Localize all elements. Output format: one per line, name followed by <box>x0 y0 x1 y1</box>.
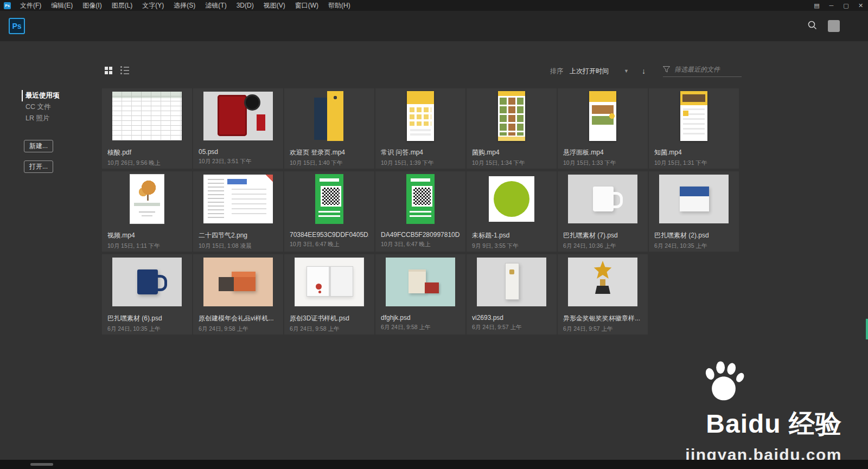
file-date: 9月 9日, 3:55 下午 <box>472 242 551 250</box>
file-thumb-area <box>558 88 648 144</box>
file-card[interactable]: 悬浮面板.mp4 10月 15日, 1:33 下午 <box>558 88 648 169</box>
file-caption: 知菌.mp4 10月 15日, 1:31 下午 <box>649 144 739 167</box>
file-thumb <box>295 258 364 306</box>
sidebar-item[interactable]: 最近使用项 <box>22 90 92 101</box>
file-card[interactable]: 异形金奖银奖奖杯徽章样... 6月 24日, 9:57 上午 <box>558 254 648 335</box>
file-caption: 常识 问答.mp4 10月 15日, 1:39 下午 <box>375 144 465 167</box>
search-icon[interactable] <box>807 20 817 32</box>
file-card[interactable]: 知菌.mp4 10月 15日, 1:31 下午 <box>649 88 739 169</box>
menu-item[interactable]: 图像(I) <box>78 0 106 11</box>
file-card[interactable]: 05.psd 10月 23日, 3:51 下午 <box>193 88 283 169</box>
file-name: 异形金奖银奖奖杯徽章样... <box>563 314 642 323</box>
file-card[interactable]: 70384EE953C9DDF0405D... 10月 3日, 6:47 晚上 <box>284 171 374 252</box>
menu-item[interactable]: 视图(V) <box>259 0 290 11</box>
menu-item[interactable]: 帮助(H) <box>323 0 355 11</box>
chevron-down-icon[interactable]: ▼ <box>624 68 629 74</box>
file-date: 10月 26日, 9:56 晚上 <box>107 159 187 167</box>
grid-view-icon[interactable] <box>105 67 112 74</box>
file-thumb-area <box>193 171 283 227</box>
file-date: 6月 24日, 9:58 上午 <box>381 324 460 331</box>
file-name: 原创3D证书样机.psd <box>290 314 369 323</box>
file-name: 常识 问答.mp4 <box>381 148 460 157</box>
file-card[interactable]: 巴扎嘿素材 (2).psd 6月 24日, 10:35 上午 <box>649 171 739 252</box>
sidebar-item[interactable]: LR 照片 <box>22 113 92 124</box>
menu-item[interactable]: 滤镜(T) <box>200 0 231 11</box>
file-card[interactable]: 未标题-1.psd 9月 9日, 3:55 下午 <box>467 171 557 252</box>
file-date: 10月 15日, 1:40 下午 <box>290 159 369 167</box>
file-card[interactable]: DA49FCCB5F280997810D... 10月 3日, 6:47 晚上 <box>375 171 465 252</box>
menu-item[interactable]: 编辑(E) <box>46 0 78 11</box>
file-thumb <box>680 91 707 141</box>
ps-app-icon: Ps <box>4 2 11 9</box>
file-card[interactable]: 巴扎嘿素材 (7).psd 6月 24日, 10:36 上午 <box>558 171 648 252</box>
close-button[interactable]: ✕ <box>853 0 868 11</box>
file-caption: 巴扎嘿素材 (2).psd 6月 24日, 10:35 上午 <box>649 227 739 250</box>
file-date: 10月 3日, 6:47 晚上 <box>290 241 369 248</box>
file-date: 10月 15日, 1:33 下午 <box>563 159 642 167</box>
list-view-icon[interactable] <box>120 66 129 74</box>
menu-item[interactable]: 选择(S) <box>169 0 200 11</box>
vertical-scrollbar-thumb[interactable] <box>866 319 868 339</box>
file-thumb-area <box>102 171 192 227</box>
menu-item[interactable]: 图层(L) <box>107 0 138 11</box>
file-caption: 异形金奖银奖奖杯徽章样... 6月 24日, 9:57 上午 <box>558 310 648 333</box>
file-date: 10月 15日, 1:08 凌晨 <box>199 242 278 250</box>
menu-item[interactable]: 文字(Y) <box>137 0 169 11</box>
file-card[interactable]: 原创建模年会礼品vi样机... 6月 24日, 9:58 上午 <box>193 254 283 335</box>
account-avatar[interactable] <box>828 20 840 32</box>
file-card[interactable]: 二十四节气2.png 10月 15日, 1:08 凌晨 <box>193 171 283 252</box>
file-thumb <box>659 175 729 223</box>
file-card[interactable]: dfghjk.psd 6月 24日, 9:58 上午 <box>375 254 465 335</box>
filter-input[interactable]: 筛选最近的文件 <box>663 63 742 77</box>
file-name: 视频.mp4 <box>107 231 187 240</box>
file-card[interactable]: 视频.mp4 10月 15日, 1:11 下午 <box>102 171 192 252</box>
file-card[interactable]: 巴扎嘿素材 (6).psd 6月 24日, 10:35 上午 <box>102 254 192 335</box>
horizontal-scrollbar-thumb[interactable] <box>30 463 53 466</box>
maximize-button[interactable]: ▢ <box>839 0 853 11</box>
file-caption: dfghjk.psd 6月 24日, 9:58 上午 <box>375 310 465 331</box>
menu-item[interactable]: 3D(D) <box>232 0 259 11</box>
file-caption: 05.psd 10月 23日, 3:51 下午 <box>193 144 283 165</box>
filter-funnel-icon <box>663 65 670 75</box>
titlebar: Ps 文件(F)编辑(E)图像(I)图层(L)文字(Y)选择(S)滤镜(T)3D… <box>0 0 868 11</box>
menu-item[interactable]: 文件(F) <box>15 0 46 11</box>
home-screen: 最近使用项CC 文件LR 照片 新建... 打开... 排序 上次打开时间 ▼ … <box>0 41 868 460</box>
menubar: 文件(F)编辑(E)图像(I)图层(L)文字(Y)选择(S)滤镜(T)3D(D)… <box>15 0 355 11</box>
file-thumb <box>568 175 637 223</box>
file-thumb <box>112 258 182 306</box>
open-file-button[interactable]: 打开... <box>24 160 53 173</box>
file-thumb <box>386 258 455 306</box>
file-card[interactable]: 菌购.mp4 10月 15日, 1:34 下午 <box>467 88 557 169</box>
file-name: 巴扎嘿素材 (7).psd <box>563 231 642 240</box>
arrange-documents-icon[interactable]: ▤ <box>809 0 824 11</box>
file-caption: 视频.mp4 10月 15日, 1:11 下午 <box>102 227 192 250</box>
menu-item[interactable]: 窗口(W) <box>290 0 323 11</box>
file-caption: 欢迎页 登录页.mp4 10月 15日, 1:40 下午 <box>284 144 374 167</box>
file-caption: 未标题-1.psd 9月 9日, 3:55 下午 <box>467 227 557 250</box>
sort-direction-icon[interactable]: ↓ <box>642 67 646 75</box>
file-thumb-area <box>467 171 557 227</box>
sidebar-item[interactable]: CC 文件 <box>22 101 92 113</box>
file-thumb-area <box>102 254 192 310</box>
file-thumb-area <box>284 254 374 310</box>
sort-label: 排序 <box>550 67 563 76</box>
file-thumb-area <box>558 254 648 310</box>
file-card[interactable]: 原创3D证书样机.psd 6月 24日, 9:58 上午 <box>284 254 374 335</box>
file-caption: 菌购.mp4 10月 15日, 1:34 下午 <box>467 144 557 167</box>
header-right <box>807 20 840 32</box>
file-thumb-area <box>558 171 648 227</box>
minimize-button[interactable]: ─ <box>824 0 839 11</box>
file-date: 10月 15日, 1:34 下午 <box>472 159 551 167</box>
file-thumb-area <box>467 254 557 310</box>
watermark-brand: Baidu 经验 <box>651 407 842 441</box>
file-card[interactable]: 核酸.pdf 10月 26日, 9:56 晚上 <box>102 88 192 169</box>
sort-dropdown[interactable]: 上次打开时间 <box>570 67 609 76</box>
file-thumb-area <box>375 88 465 144</box>
file-card[interactable]: 欢迎页 登录页.mp4 10月 15日, 1:40 下午 <box>284 88 374 169</box>
new-file-button[interactable]: 新建... <box>24 140 53 152</box>
file-card[interactable]: 常识 问答.mp4 10月 15日, 1:39 下午 <box>375 88 465 169</box>
file-card[interactable]: vi2693.psd 6月 24日, 9:57 上午 <box>467 254 557 335</box>
file-date: 6月 24日, 10:35 上午 <box>107 325 187 333</box>
file-name: 70384EE953C9DDF0405D... <box>290 231 369 239</box>
file-thumb-area <box>193 88 283 144</box>
